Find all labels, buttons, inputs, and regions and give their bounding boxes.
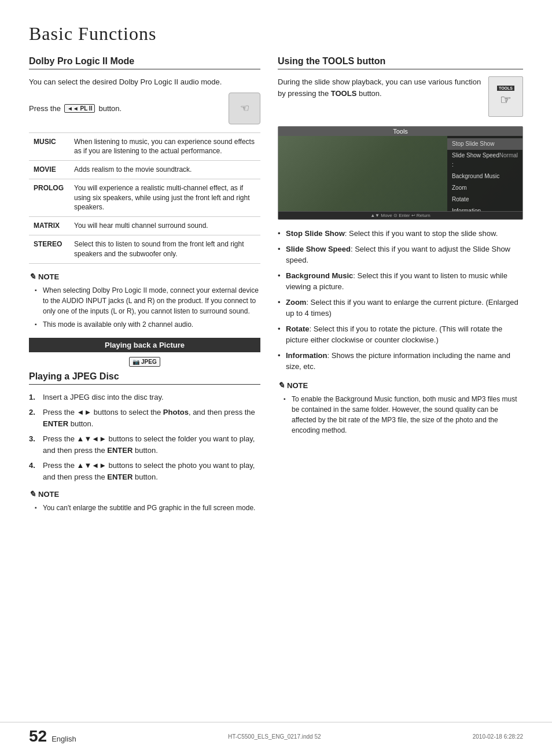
note-icon: ✎ (29, 272, 36, 282)
menu-item-label: Information (452, 206, 481, 211)
bullet-term: Zoom (286, 298, 306, 307)
table-row: MOVIEAdds realism to the movie soundtrac… (29, 161, 260, 179)
tools-menu-item: Rotate (447, 194, 522, 205)
bullet-term: Stop Slide Show (286, 229, 345, 238)
left-section-title: Dolby Pro Logic II Mode (29, 56, 260, 69)
jpeg-note-section: ✎ NOTE You can't enlarge the subtitle an… (29, 489, 260, 513)
tools-menu-item: Slide Show Speed :Normal (447, 150, 522, 171)
step-number: 1. (29, 392, 38, 403)
dark-bar: Playing back a Picture (29, 338, 260, 352)
tools-menu-item: Information (447, 205, 522, 211)
left-intro: You can select the desired Dolby Pro Log… (29, 76, 260, 88)
steps-list: 1.Insert a JPEG disc into the disc tray.… (29, 392, 260, 483)
jpeg-note-label: NOTE (38, 490, 59, 499)
desc-cell: Select this to listen to sound from the … (69, 235, 260, 264)
right-note-header: ✎ NOTE (278, 381, 523, 390)
desc-cell: When listening to music, you can experie… (69, 132, 260, 161)
mode-cell: PROLOG (29, 179, 69, 216)
menu-item-label: Slide Show Speed : (452, 151, 499, 169)
step-number: 2. (29, 407, 38, 429)
right-column: Using the TOOLS button During the slide … (278, 56, 523, 521)
bullet-desc: : Select this if you want to stop the sl… (345, 229, 498, 238)
table-row: MUSICWhen listening to music, you can ex… (29, 132, 260, 161)
right-note-icon: ✎ (278, 381, 285, 390)
footer-file: HT-C5500_ELS_ENG_0217.indd 52 (76, 733, 473, 740)
tools-menu-item: Background Music (447, 171, 522, 182)
right-section-title: Using the TOOLS button (278, 56, 523, 69)
desc-cell: You will experience a realistic multi-ch… (69, 179, 260, 216)
step-text: Insert a JPEG disc into the disc tray. (43, 392, 164, 403)
list-item: When selecting Dolby Pro Logic II mode, … (35, 285, 260, 316)
jpeg-icon: 📷 JPEG (129, 357, 160, 367)
step-number: 4. (29, 460, 38, 482)
tools-button-image: TOOLS ☞ (488, 76, 523, 117)
tools-menu-item: Zoom (447, 182, 522, 194)
table-row: STEREOSelect this to listen to sound fro… (29, 235, 260, 264)
bullet-term: Information (286, 351, 327, 360)
step-text: Press the ▲▼◄► buttons to select the fol… (43, 433, 260, 456)
menu-item-label: Stop Slide Show (452, 139, 494, 149)
bullet-term: Background Music (286, 271, 353, 280)
list-item: Information: Shows the picture informati… (278, 350, 523, 373)
list-item: 4.Press the ▲▼◄► buttons to select the p… (29, 460, 260, 482)
desc-cell: Adds realism to the movie soundtrack. (69, 161, 260, 179)
jpeg-icon-wrap: 📷 JPEG (29, 357, 260, 367)
jpeg-note-icon: ✎ (29, 489, 36, 499)
tools-menu-overlay: Stop Slide ShowSlide Show Speed :NormalB… (447, 136, 522, 211)
desc-cell: You will hear multi channel surround sou… (69, 217, 260, 235)
page-footer: 52 English HT-C5500_ELS_ENG_0217.indd 52… (0, 722, 552, 746)
menu-item-label: Background Music (452, 172, 499, 181)
press-text: Press the (29, 104, 61, 113)
tools-menu-footer: ▲▼ Move ⊙ Enter ↩ Return (278, 211, 522, 219)
mode-cell: MATRIX (29, 217, 69, 235)
step-text: Press the ◄► buttons to select the Photo… (43, 407, 260, 429)
mode-cell: MUSIC (29, 132, 69, 161)
list-item: Background Music: Select this if you wan… (278, 270, 523, 293)
list-item: You can't enlarge the subtitle and PG gr… (35, 503, 260, 513)
step-text: Press the ▲▼◄► buttons to select the pho… (43, 460, 260, 482)
tools-bullet-list: Stop Slide Show: Select this if you want… (278, 228, 523, 373)
right-note-section: ✎ NOTE To enable the Background Music fu… (278, 381, 523, 436)
press-line: Press the ◄◄ PL II button. ☜ (29, 93, 260, 124)
mode-cell: MOVIE (29, 161, 69, 179)
right-note-label: NOTE (287, 381, 308, 390)
mode-table: MUSICWhen listening to music, you can ex… (29, 132, 260, 264)
list-item: Rotate: Select this if you to rotate the… (278, 323, 523, 346)
tools-menu-header: Tools (278, 127, 522, 136)
note-label: NOTE (38, 272, 59, 281)
table-row: MATRIXYou will hear multi channel surrou… (29, 217, 260, 235)
jpeg-note-list: You can't enlarge the subtitle and PG gr… (29, 503, 260, 513)
tools-menu-bg: Stop Slide ShowSlide Show Speed :NormalB… (278, 136, 522, 211)
tools-intro: During the slide show playback, you can … (278, 76, 483, 99)
pl2-button[interactable]: ◄◄ PL II (64, 104, 95, 113)
list-item: This mode is available only with 2 chann… (35, 319, 260, 330)
menu-item-label: Zoom (452, 183, 467, 193)
list-item: To enable the Background Music function,… (284, 394, 523, 436)
bullet-desc: : Select this if you want to enlarge the… (286, 298, 518, 318)
tools-menu-screenshot: Tools Stop Slide ShowSlide Show Speed :N… (278, 126, 523, 220)
list-item: Slide Show Speed: Select this if you wan… (278, 244, 523, 266)
bullet-term: Rotate (286, 324, 309, 333)
footer-date: 2010-02-18 6:28:22 (473, 733, 523, 740)
page-number-wrap: 52 English (29, 727, 76, 746)
left-note-list: When selecting Dolby Pro Logic II mode, … (29, 285, 260, 330)
bullet-desc: : Select this if you to rotate the pictu… (286, 324, 502, 345)
menu-item-value: Normal (499, 151, 518, 169)
tools-screen: During the slide show playback, you can … (278, 76, 523, 117)
tools-menu-item: Stop Slide Show (447, 138, 522, 150)
list-item: 2.Press the ◄► buttons to select the Pho… (29, 407, 260, 429)
menu-item-label: Rotate (452, 195, 469, 204)
right-note-list: To enable the Background Music function,… (278, 394, 523, 436)
button-label: ◄◄ PL II (67, 105, 93, 112)
note-section: ✎ NOTE When selecting Dolby Pro Logic II… (29, 272, 260, 330)
list-item: Zoom: Select this if you want to enlarge… (278, 297, 523, 319)
bullet-term: Slide Show Speed (286, 245, 351, 253)
list-item: 1.Insert a JPEG disc into the disc tray. (29, 392, 260, 403)
list-item: Stop Slide Show: Select this if you want… (278, 228, 523, 239)
step-number: 3. (29, 433, 38, 456)
jpeg-section-title: Playing a JPEG Disc (29, 371, 260, 385)
list-item: 3.Press the ▲▼◄► buttons to select the f… (29, 433, 260, 456)
note-header: ✎ NOTE (29, 272, 260, 282)
table-row: PROLOGYou will experience a realistic mu… (29, 179, 260, 216)
left-column: Dolby Pro Logic II Mode You can select t… (29, 56, 260, 521)
